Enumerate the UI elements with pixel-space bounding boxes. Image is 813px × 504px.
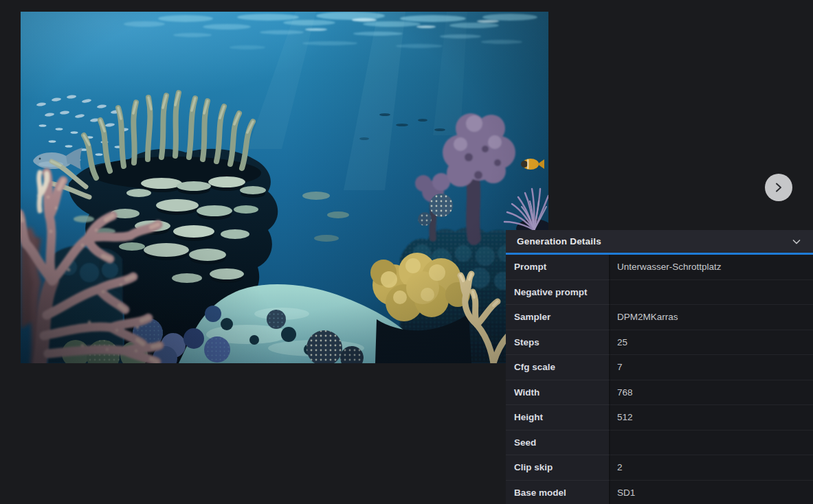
detail-label: Prompt: [506, 255, 610, 280]
detail-value: [610, 280, 813, 306]
vignette: [21, 12, 548, 363]
detail-value: 512: [610, 405, 813, 431]
detail-label: Negative prompt: [506, 280, 610, 306]
detail-value: 7: [610, 355, 813, 380]
next-image-button[interactable]: [765, 174, 792, 201]
detail-value: Unterwasser-Schrottplatz: [610, 255, 813, 280]
detail-value: SD1: [610, 481, 813, 504]
detail-label: Clip skip: [506, 455, 610, 481]
detail-row-negative-prompt: Negative prompt: [506, 280, 813, 306]
detail-value: DPM2MKarras: [610, 305, 813, 330]
detail-value: 768: [610, 380, 813, 406]
detail-row-width: Width 768: [506, 380, 813, 406]
detail-label: Cfg scale: [506, 355, 610, 380]
detail-row-seed: Seed: [506, 431, 813, 456]
chevron-down-icon[interactable]: [791, 236, 802, 247]
detail-row-sampler: Sampler DPM2MKarras: [506, 305, 813, 330]
detail-label: Seed: [506, 431, 610, 456]
panel-title: Generation Details: [517, 236, 601, 247]
detail-value: [610, 431, 813, 456]
detail-label: Height: [506, 405, 610, 431]
generation-details-panel: Generation Details Prompt Unterwasser-Sc…: [506, 230, 813, 504]
chevron-right-icon: [773, 182, 784, 193]
detail-value: 25: [610, 330, 813, 356]
generation-details-header[interactable]: Generation Details: [506, 230, 813, 255]
detail-row-base-model: Base model SD1: [506, 481, 813, 504]
detail-label: Sampler: [506, 305, 610, 330]
detail-label: Width: [506, 380, 610, 406]
image-detail-page: { "page": { "background": "#1a1b1e" }, "…: [0, 0, 813, 504]
detail-row-cfg-scale: Cfg scale 7: [506, 355, 813, 380]
detail-value: 2: [610, 455, 813, 481]
generated-image[interactable]: [21, 12, 548, 363]
detail-row-steps: Steps 25: [506, 330, 813, 356]
detail-label: Steps: [506, 330, 610, 356]
detail-row-prompt: Prompt Unterwasser-Schrottplatz: [506, 255, 813, 280]
detail-row-height: Height 512: [506, 405, 813, 431]
coral-reef-image: [21, 12, 548, 363]
detail-label: Base model: [506, 481, 610, 504]
detail-row-clip-skip: Clip skip 2: [506, 455, 813, 481]
